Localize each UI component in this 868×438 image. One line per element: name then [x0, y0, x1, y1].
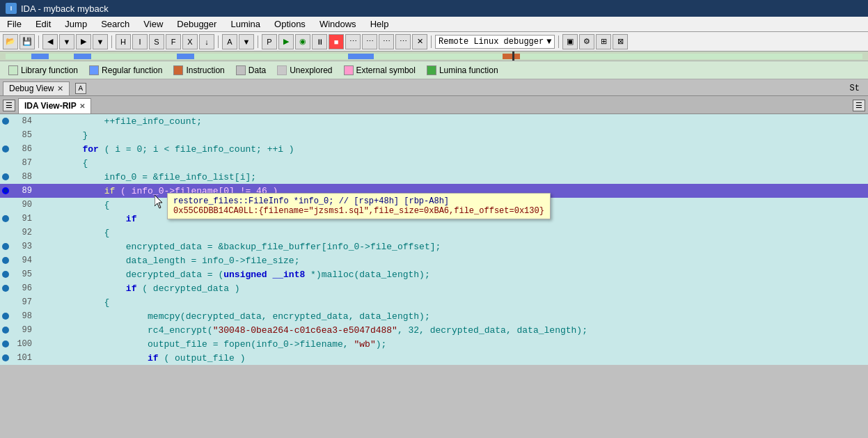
nav-position-marker: [512, 52, 514, 61]
breakpoint-dot-84: [2, 118, 9, 125]
line-text-94: data_length = info_0->file_size;: [36, 256, 299, 266]
breakpoint-dot-89: [2, 187, 9, 194]
toolbar-down[interactable]: ↓: [199, 34, 214, 49]
breakpoint-dot-99: [2, 327, 9, 334]
code-line-92: 92 {: [0, 226, 868, 240]
toolbar-back[interactable]: ◀: [42, 34, 58, 49]
debug-view-close[interactable]: ✕: [57, 84, 63, 93]
line-text-100: output_file = fopen(info_0->filename, "w…: [36, 339, 386, 350]
toolbar-pause[interactable]: ⏸: [312, 34, 327, 49]
tb-sep6: [558, 36, 559, 48]
toolbar-run[interactable]: ▶: [278, 34, 294, 49]
line-dot-95: [0, 271, 11, 278]
legend-instruction-label: Instruction: [186, 65, 224, 75]
toolbar-dbg2[interactable]: ⚙: [579, 34, 594, 49]
debug-view-alt-label: A: [75, 83, 87, 94]
toolbar-more3[interactable]: ⋯: [379, 34, 394, 49]
breakpoint-dot-98: [2, 313, 9, 320]
tb-sep3: [218, 36, 219, 48]
line-text-98: memcpy(decrypted_data, encrypted_data, d…: [36, 311, 430, 322]
breakpoint-dot-88: [2, 173, 9, 180]
toolbar-hex[interactable]: H: [116, 34, 131, 49]
toolbar-forward[interactable]: ▶: [76, 34, 91, 49]
legend-library-label: Library function: [21, 65, 78, 75]
chevron-down-icon: ▼: [546, 37, 551, 47]
toolbar-func[interactable]: F: [166, 34, 181, 49]
toolbar-save[interactable]: 💾: [19, 34, 35, 49]
toolbar-patch[interactable]: P: [262, 34, 277, 49]
tooltip-line2: 0x55C6DBB14CA0LL:{filename="jzsms1.sql",…: [173, 206, 544, 216]
toolbar-cross[interactable]: X: [182, 34, 198, 49]
line-num-91: 91: [11, 214, 36, 224]
line-text-88: info_0 = &file_info_list[i];: [36, 172, 256, 182]
line-dot-86: [0, 146, 11, 152]
line-dot-96: [0, 285, 11, 292]
debug-view-tab[interactable]: Debug View ✕: [3, 81, 70, 95]
legend-library-color: [8, 65, 18, 75]
menu-bar: File Edit Jump Search View Debugger Lumi…: [0, 17, 868, 32]
toolbar-dbg4[interactable]: ⊠: [613, 34, 628, 49]
line-num-87: 87: [11, 158, 36, 168]
code-line-94: 94 data_length = info_0->file_size;: [0, 253, 868, 267]
legend-unexplored-color: [277, 65, 287, 75]
tab-icon-right: ☰: [853, 100, 865, 111]
breakpoint-dot-86: [2, 146, 9, 152]
menu-debugger[interactable]: Debugger: [170, 17, 223, 31]
line-num-84: 84: [11, 116, 36, 126]
line-num-100: 100: [11, 339, 36, 349]
line-text-84: ++file_info_count;: [36, 116, 202, 127]
menu-edit[interactable]: Edit: [29, 17, 58, 31]
toolbar-stop[interactable]: ■: [329, 34, 344, 49]
line-dot-91: [0, 215, 11, 222]
toolbar-nav-history[interactable]: ▼: [59, 34, 74, 49]
toolbar-type2[interactable]: ▼: [239, 34, 254, 49]
nav-strip: [6, 54, 862, 59]
line-num-89: 89: [11, 186, 36, 196]
ida-view-tab-label: IDA View-RIP: [24, 101, 77, 111]
menu-windows[interactable]: Windows: [313, 17, 363, 31]
line-text-91: if: [36, 214, 136, 224]
menu-file[interactable]: File: [0, 17, 29, 31]
toolbar-more1[interactable]: ⋯: [345, 34, 361, 49]
line-dot-93: [0, 243, 11, 250]
line-dot-98: [0, 313, 11, 320]
menu-lumina[interactable]: Lumina: [223, 17, 267, 31]
toolbar-nav-history2[interactable]: ▼: [93, 34, 108, 49]
line-num-101: 101: [11, 353, 36, 363]
line-dot-101: [0, 354, 11, 361]
code-line-86: 86 for ( i = 0; i < file_info_count; ++i…: [0, 142, 868, 156]
code-area: 84 ++file_info_count; 85 } 86 for ( i = …: [0, 114, 868, 365]
menu-jump[interactable]: Jump: [58, 17, 94, 31]
line-text-101: if ( output_file ): [36, 353, 245, 363]
line-num-85: 85: [11, 130, 36, 140]
toolbar-rundbg[interactable]: ◉: [295, 34, 310, 49]
legend-unexplored-label: Unexplored: [290, 65, 332, 75]
toolbar-dbg1[interactable]: ▣: [562, 34, 578, 49]
menu-view[interactable]: View: [136, 17, 170, 31]
toolbar-strings[interactable]: S: [149, 34, 164, 49]
tb-sep5: [431, 36, 432, 48]
toolbar-imports[interactable]: I: [132, 34, 148, 49]
breakpoint-dot-95: [2, 271, 9, 278]
ida-view-tab[interactable]: IDA View-RIP ✕: [18, 98, 91, 114]
menu-help[interactable]: Help: [363, 17, 396, 31]
debugger-selector[interactable]: Remote Linux debugger ▼: [435, 35, 555, 49]
breakpoint-dot-94: [2, 257, 9, 264]
toolbar-open[interactable]: 📂: [3, 34, 18, 49]
toolbar-dbg3[interactable]: ⊞: [596, 34, 611, 49]
code-line-84: 84 ++file_info_count;: [0, 114, 868, 128]
menu-search[interactable]: Search: [94, 17, 136, 31]
breakpoint-dot-101: [2, 354, 9, 361]
menu-options[interactable]: Options: [267, 17, 313, 31]
line-dot-89: [0, 187, 11, 194]
toolbar-more5[interactable]: ✕: [412, 34, 427, 49]
ida-view-close[interactable]: ✕: [79, 102, 85, 110]
toolbar-more4[interactable]: ⋯: [395, 34, 411, 49]
debug-view-alt: A: [75, 83, 87, 94]
line-num-98: 98: [11, 311, 36, 321]
toolbar-more2[interactable]: ⋯: [362, 34, 377, 49]
line-num-88: 88: [11, 172, 36, 182]
line-text-99: rc4_encrypt("30048-0bea264-c01c6ea3-e504…: [36, 325, 587, 336]
line-dot-94: [0, 257, 11, 264]
toolbar-type1[interactable]: A: [222, 34, 237, 49]
